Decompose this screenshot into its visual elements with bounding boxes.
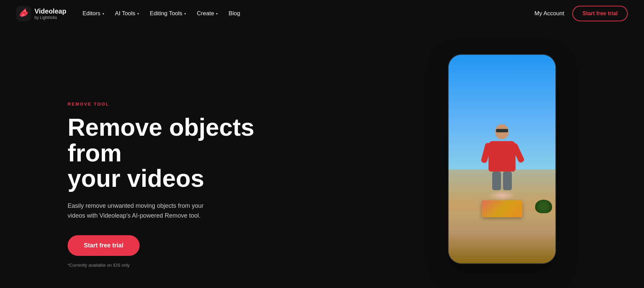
svg-point-1 [24, 10, 26, 12]
nav-editingtools-label: Editing Tools [150, 10, 182, 17]
editingtools-chevron-icon: ▾ [184, 12, 186, 16]
nav-links: Editors ▾ AI Tools ▾ Editing Tools ▾ Cre… [82, 10, 240, 17]
nav-right: My Account Start free trial [534, 6, 628, 21]
phone-mockup-container [448, 54, 556, 264]
my-account-link[interactable]: My Account [534, 10, 564, 17]
hero-title: Remove objects from your videos [68, 115, 291, 192]
logo-name: Videoleap [34, 7, 66, 15]
ios-availability-note: *Currently available on iOS only [68, 263, 291, 268]
start-trial-button-hero[interactable]: Start free trial [68, 235, 140, 256]
nav-item-create[interactable]: Create ▾ [197, 10, 218, 17]
nav-blog-label: Blog [229, 10, 240, 17]
nav-item-blog[interactable]: Blog [229, 10, 240, 17]
phone-mockup [448, 54, 556, 264]
logo-text: Videoleap by Lightricks [34, 7, 66, 20]
phone-screen [449, 55, 555, 263]
person-sunglasses [496, 129, 508, 132]
nav-left: Videoleap by Lightricks Editors ▾ AI Too… [16, 6, 240, 21]
person-head [495, 124, 509, 139]
hero-title-line1: Remove objects from [68, 114, 254, 167]
nav-item-aitools[interactable]: AI Tools ▾ [115, 10, 139, 17]
logo-subtitle: by Lightricks [34, 15, 66, 20]
hero-content: REMOVE TOOL Remove objects from your vid… [68, 47, 291, 268]
person-legs [492, 172, 512, 190]
hero-description: Easily remove unwanted moving objects fr… [68, 201, 216, 221]
create-chevron-icon: ▾ [216, 12, 218, 16]
nav-item-editors[interactable]: Editors ▾ [82, 10, 104, 17]
bush-decoration [535, 200, 552, 213]
hero-cta-area: Start free trial *Currently available on… [68, 235, 291, 268]
aitools-chevron-icon: ▾ [137, 12, 139, 16]
start-trial-button-nav[interactable]: Start free trial [572, 6, 628, 21]
nav-aitools-label: AI Tools [115, 10, 135, 17]
person-figure [488, 124, 516, 190]
editors-chevron-icon: ▾ [102, 12, 104, 16]
logo-link[interactable]: Videoleap by Lightricks [16, 6, 66, 21]
ground-area [449, 211, 555, 263]
logo-icon [16, 6, 31, 21]
navbar: Videoleap by Lightricks Editors ▾ AI Too… [0, 0, 644, 27]
hero-section: REMOVE TOOL Remove objects from your vid… [0, 27, 644, 288]
person-body [488, 141, 516, 172]
my-account-label: My Account [534, 10, 564, 17]
person-leg-left [492, 172, 501, 190]
nav-create-label: Create [197, 10, 214, 17]
section-label: REMOVE TOOL [68, 102, 291, 107]
nav-editors-label: Editors [82, 10, 100, 17]
person-leg-right [503, 172, 512, 190]
dust-effect [488, 191, 516, 201]
platform-box [482, 200, 522, 217]
hero-title-line2: your videos [68, 165, 204, 192]
nav-item-editingtools[interactable]: Editing Tools ▾ [150, 10, 186, 17]
